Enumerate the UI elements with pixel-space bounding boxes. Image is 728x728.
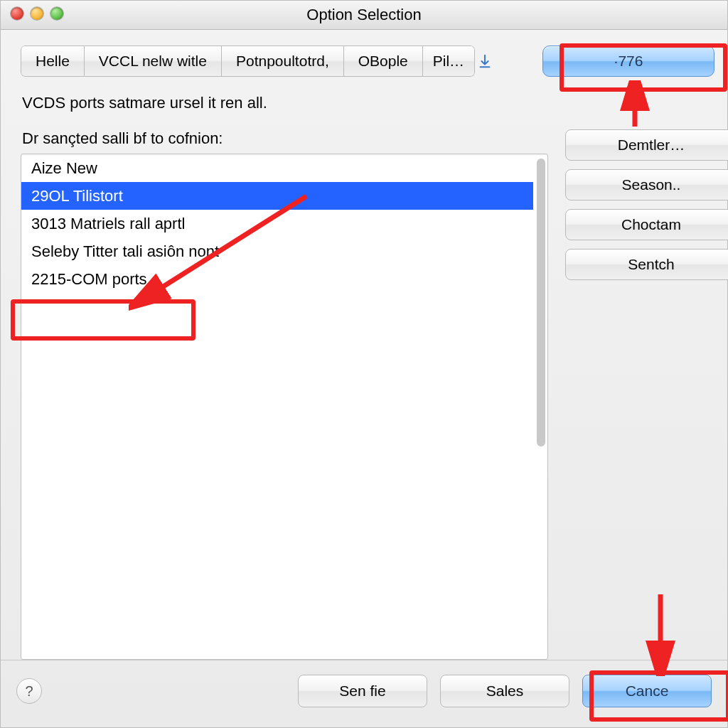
- list-label: Dr sançted salli bf to cofnion:: [22, 129, 548, 148]
- seg-vccl[interactable]: VCCL nelw witle: [85, 46, 222, 77]
- window-title: Option Selection: [306, 6, 421, 24]
- senfile-button[interactable]: Sen fie: [298, 675, 427, 707]
- seg-obople[interactable]: OBople: [344, 46, 423, 77]
- close-icon[interactable]: [11, 7, 23, 20]
- toolbar: Helle VCCL nelw witle Potnpoultotrd, OBo…: [1, 30, 727, 81]
- sales-button[interactable]: Sales: [440, 675, 569, 707]
- options-list: Aize New 29OL Tilistort 3013 Matriels ra…: [21, 154, 533, 659]
- description-text: VCDS ports satmare ursel it ren all.: [22, 94, 548, 112]
- minimize-icon[interactable]: [31, 7, 43, 20]
- list-item[interactable]: 2215-COM ports: [21, 265, 533, 293]
- seg-helle[interactable]: Helle: [21, 46, 85, 77]
- sentch-button[interactable]: Sentch: [565, 249, 728, 280]
- help-button[interactable]: ?: [16, 678, 42, 704]
- side-panel: Demtler… Season.. Choctam Sentch: [565, 87, 707, 660]
- list-item[interactable]: Seleby Titter tali asiôn nont: [21, 237, 533, 265]
- download-icon[interactable]: [475, 51, 495, 71]
- scrollbar-thumb[interactable]: [537, 159, 545, 446]
- list-item[interactable]: 29OL Tilistort: [21, 182, 533, 210]
- choctam-button[interactable]: Choctam: [565, 209, 728, 240]
- footer: ? Sen fie Sales Cance: [1, 660, 727, 727]
- demtler-button[interactable]: Demtler…: [565, 129, 728, 161]
- content: VCDS ports satmare ursel it ren all. Dr …: [1, 81, 727, 660]
- cancel-button[interactable]: Cance: [582, 675, 712, 707]
- toolbar-segment: Helle VCCL nelw witle Potnpoultotrd, OBo…: [21, 46, 475, 77]
- window: Option Selection Helle VCCL nelw witle P…: [0, 0, 728, 728]
- season-button[interactable]: Season..: [565, 169, 728, 200]
- list-item[interactable]: 3013 Matriels rall aprtl: [21, 210, 533, 237]
- zoom-icon[interactable]: [50, 7, 63, 20]
- seg-pil[interactable]: Pil…: [423, 46, 475, 77]
- seg-potn[interactable]: Potnpoultotrd,: [222, 46, 344, 77]
- options-listbox[interactable]: Aize New 29OL Tilistort 3013 Matriels ra…: [21, 154, 548, 660]
- list-item[interactable]: Aize New: [21, 154, 533, 182]
- primary-toolbar-button[interactable]: ·776: [542, 46, 714, 77]
- scrollbar[interactable]: [537, 159, 545, 655]
- titlebar: Option Selection: [1, 1, 727, 30]
- window-controls: [11, 7, 63, 20]
